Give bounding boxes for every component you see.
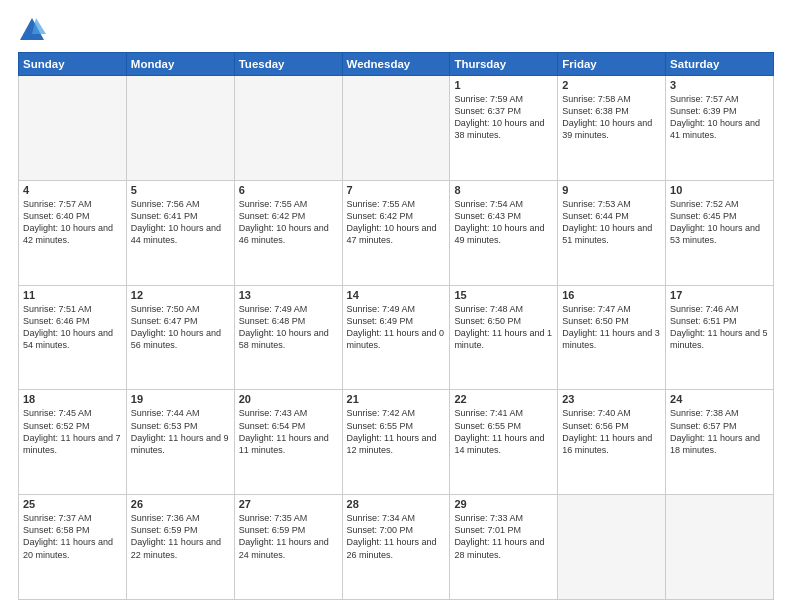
day-info: Sunrise: 7:42 AM Sunset: 6:55 PM Dayligh… (347, 407, 446, 456)
day-number: 25 (23, 498, 122, 510)
calendar-cell: 18Sunrise: 7:45 AM Sunset: 6:52 PM Dayli… (19, 390, 127, 495)
day-info: Sunrise: 7:33 AM Sunset: 7:01 PM Dayligh… (454, 512, 553, 561)
calendar-cell: 13Sunrise: 7:49 AM Sunset: 6:48 PM Dayli… (234, 285, 342, 390)
calendar-cell (342, 76, 450, 181)
calendar-cell: 16Sunrise: 7:47 AM Sunset: 6:50 PM Dayli… (558, 285, 666, 390)
calendar-cell: 6Sunrise: 7:55 AM Sunset: 6:42 PM Daylig… (234, 180, 342, 285)
calendar-cell: 19Sunrise: 7:44 AM Sunset: 6:53 PM Dayli… (126, 390, 234, 495)
weekday-header: Sunday (19, 53, 127, 76)
calendar-cell: 26Sunrise: 7:36 AM Sunset: 6:59 PM Dayli… (126, 495, 234, 600)
day-info: Sunrise: 7:35 AM Sunset: 6:59 PM Dayligh… (239, 512, 338, 561)
weekday-header: Monday (126, 53, 234, 76)
calendar-cell: 22Sunrise: 7:41 AM Sunset: 6:55 PM Dayli… (450, 390, 558, 495)
calendar-cell: 14Sunrise: 7:49 AM Sunset: 6:49 PM Dayli… (342, 285, 450, 390)
calendar-cell: 27Sunrise: 7:35 AM Sunset: 6:59 PM Dayli… (234, 495, 342, 600)
day-number: 4 (23, 184, 122, 196)
calendar-cell: 15Sunrise: 7:48 AM Sunset: 6:50 PM Dayli… (450, 285, 558, 390)
day-info: Sunrise: 7:41 AM Sunset: 6:55 PM Dayligh… (454, 407, 553, 456)
calendar-cell: 17Sunrise: 7:46 AM Sunset: 6:51 PM Dayli… (666, 285, 774, 390)
calendar-table: SundayMondayTuesdayWednesdayThursdayFrid… (18, 52, 774, 600)
day-info: Sunrise: 7:38 AM Sunset: 6:57 PM Dayligh… (670, 407, 769, 456)
day-info: Sunrise: 7:57 AM Sunset: 6:40 PM Dayligh… (23, 198, 122, 247)
day-number: 6 (239, 184, 338, 196)
weekday-header: Thursday (450, 53, 558, 76)
day-number: 13 (239, 289, 338, 301)
day-info: Sunrise: 7:48 AM Sunset: 6:50 PM Dayligh… (454, 303, 553, 352)
day-info: Sunrise: 7:46 AM Sunset: 6:51 PM Dayligh… (670, 303, 769, 352)
day-number: 7 (347, 184, 446, 196)
day-info: Sunrise: 7:34 AM Sunset: 7:00 PM Dayligh… (347, 512, 446, 561)
day-number: 24 (670, 393, 769, 405)
weekday-header: Tuesday (234, 53, 342, 76)
day-info: Sunrise: 7:56 AM Sunset: 6:41 PM Dayligh… (131, 198, 230, 247)
calendar-cell: 11Sunrise: 7:51 AM Sunset: 6:46 PM Dayli… (19, 285, 127, 390)
header (18, 16, 774, 44)
day-number: 18 (23, 393, 122, 405)
calendar-cell (666, 495, 774, 600)
day-number: 9 (562, 184, 661, 196)
calendar-cell: 1Sunrise: 7:59 AM Sunset: 6:37 PM Daylig… (450, 76, 558, 181)
day-number: 28 (347, 498, 446, 510)
logo (18, 16, 50, 44)
logo-icon (18, 16, 46, 44)
day-info: Sunrise: 7:49 AM Sunset: 6:48 PM Dayligh… (239, 303, 338, 352)
calendar-cell: 2Sunrise: 7:58 AM Sunset: 6:38 PM Daylig… (558, 76, 666, 181)
calendar-cell: 3Sunrise: 7:57 AM Sunset: 6:39 PM Daylig… (666, 76, 774, 181)
calendar-cell: 4Sunrise: 7:57 AM Sunset: 6:40 PM Daylig… (19, 180, 127, 285)
day-number: 10 (670, 184, 769, 196)
calendar-week-row: 4Sunrise: 7:57 AM Sunset: 6:40 PM Daylig… (19, 180, 774, 285)
calendar-cell: 5Sunrise: 7:56 AM Sunset: 6:41 PM Daylig… (126, 180, 234, 285)
day-number: 23 (562, 393, 661, 405)
day-info: Sunrise: 7:55 AM Sunset: 6:42 PM Dayligh… (239, 198, 338, 247)
day-info: Sunrise: 7:45 AM Sunset: 6:52 PM Dayligh… (23, 407, 122, 456)
calendar-cell: 20Sunrise: 7:43 AM Sunset: 6:54 PM Dayli… (234, 390, 342, 495)
day-info: Sunrise: 7:50 AM Sunset: 6:47 PM Dayligh… (131, 303, 230, 352)
day-number: 19 (131, 393, 230, 405)
calendar-cell (234, 76, 342, 181)
calendar-cell: 9Sunrise: 7:53 AM Sunset: 6:44 PM Daylig… (558, 180, 666, 285)
calendar-cell: 7Sunrise: 7:55 AM Sunset: 6:42 PM Daylig… (342, 180, 450, 285)
day-info: Sunrise: 7:59 AM Sunset: 6:37 PM Dayligh… (454, 93, 553, 142)
day-info: Sunrise: 7:40 AM Sunset: 6:56 PM Dayligh… (562, 407, 661, 456)
calendar-cell: 12Sunrise: 7:50 AM Sunset: 6:47 PM Dayli… (126, 285, 234, 390)
weekday-header: Saturday (666, 53, 774, 76)
day-number: 17 (670, 289, 769, 301)
calendar-cell: 28Sunrise: 7:34 AM Sunset: 7:00 PM Dayli… (342, 495, 450, 600)
day-number: 16 (562, 289, 661, 301)
weekday-header: Friday (558, 53, 666, 76)
day-number: 5 (131, 184, 230, 196)
svg-marker-1 (32, 18, 46, 34)
calendar-week-row: 18Sunrise: 7:45 AM Sunset: 6:52 PM Dayli… (19, 390, 774, 495)
day-info: Sunrise: 7:52 AM Sunset: 6:45 PM Dayligh… (670, 198, 769, 247)
calendar-week-row: 1Sunrise: 7:59 AM Sunset: 6:37 PM Daylig… (19, 76, 774, 181)
day-info: Sunrise: 7:47 AM Sunset: 6:50 PM Dayligh… (562, 303, 661, 352)
page: SundayMondayTuesdayWednesdayThursdayFrid… (0, 0, 792, 612)
calendar-cell: 10Sunrise: 7:52 AM Sunset: 6:45 PM Dayli… (666, 180, 774, 285)
calendar-cell: 25Sunrise: 7:37 AM Sunset: 6:58 PM Dayli… (19, 495, 127, 600)
day-info: Sunrise: 7:36 AM Sunset: 6:59 PM Dayligh… (131, 512, 230, 561)
day-number: 12 (131, 289, 230, 301)
calendar-cell: 21Sunrise: 7:42 AM Sunset: 6:55 PM Dayli… (342, 390, 450, 495)
calendar-cell: 23Sunrise: 7:40 AM Sunset: 6:56 PM Dayli… (558, 390, 666, 495)
day-number: 15 (454, 289, 553, 301)
day-number: 2 (562, 79, 661, 91)
day-info: Sunrise: 7:55 AM Sunset: 6:42 PM Dayligh… (347, 198, 446, 247)
calendar-cell: 29Sunrise: 7:33 AM Sunset: 7:01 PM Dayli… (450, 495, 558, 600)
day-info: Sunrise: 7:37 AM Sunset: 6:58 PM Dayligh… (23, 512, 122, 561)
day-number: 8 (454, 184, 553, 196)
calendar-week-row: 25Sunrise: 7:37 AM Sunset: 6:58 PM Dayli… (19, 495, 774, 600)
day-info: Sunrise: 7:53 AM Sunset: 6:44 PM Dayligh… (562, 198, 661, 247)
calendar-header-row: SundayMondayTuesdayWednesdayThursdayFrid… (19, 53, 774, 76)
day-number: 26 (131, 498, 230, 510)
calendar-cell: 8Sunrise: 7:54 AM Sunset: 6:43 PM Daylig… (450, 180, 558, 285)
day-number: 3 (670, 79, 769, 91)
calendar-week-row: 11Sunrise: 7:51 AM Sunset: 6:46 PM Dayli… (19, 285, 774, 390)
calendar-cell (126, 76, 234, 181)
day-number: 20 (239, 393, 338, 405)
day-info: Sunrise: 7:49 AM Sunset: 6:49 PM Dayligh… (347, 303, 446, 352)
day-info: Sunrise: 7:54 AM Sunset: 6:43 PM Dayligh… (454, 198, 553, 247)
calendar-cell (19, 76, 127, 181)
day-number: 29 (454, 498, 553, 510)
day-info: Sunrise: 7:51 AM Sunset: 6:46 PM Dayligh… (23, 303, 122, 352)
day-number: 11 (23, 289, 122, 301)
